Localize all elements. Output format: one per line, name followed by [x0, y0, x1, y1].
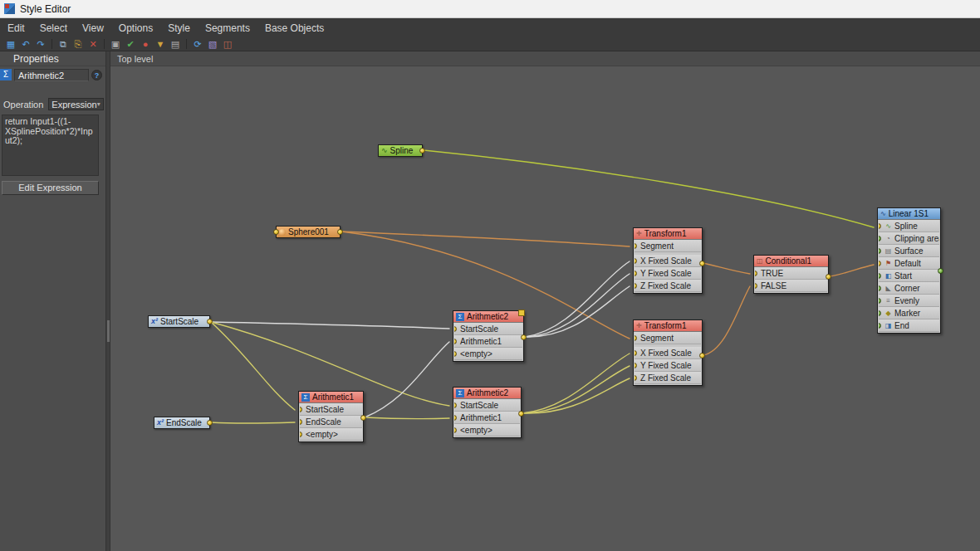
menu-options[interactable]: Options [111, 20, 160, 37]
slot-start[interactable]: ◧Start [879, 270, 939, 282]
input-port[interactable] [635, 243, 637, 249]
node-name-field[interactable]: Arithmetic2 [14, 69, 89, 81]
input-port[interactable] [635, 363, 637, 368]
input-port[interactable] [300, 419, 302, 425]
slot-endscale[interactable]: EndScale [300, 416, 362, 428]
output-port[interactable] [699, 353, 705, 358]
menu-view[interactable]: View [75, 20, 111, 37]
input-port[interactable] [454, 339, 457, 344]
node-transform1-upper[interactable]: ✛ Transform1 Segment X Fixed Scale Y Fix… [633, 227, 703, 294]
node-arithmetic1[interactable]: Σ Arithmetic1 StartScale EndScale <empty… [298, 391, 364, 442]
input-port[interactable] [300, 432, 302, 437]
slot-startscale[interactable]: StartScale [454, 399, 520, 412]
slot-evenly[interactable]: ≡Evenly [879, 295, 939, 307]
new-style-icon[interactable]: ▦ [3, 38, 18, 51]
slot-x-fixed-scale[interactable]: X Fixed Scale [635, 255, 701, 267]
node-transform1-lower[interactable]: ✛ Transform1 Segment X Fixed Scale Y Fix… [633, 319, 703, 386]
output-port[interactable] [826, 274, 831, 280]
input-port[interactable] [454, 415, 457, 421]
node-linear-1s1[interactable]: ∿ Linear 1S1 ∿Spline ◔Clipping area ▤Sur… [877, 207, 941, 334]
input-port[interactable] [879, 248, 881, 254]
slot-surface[interactable]: ▤Surface [879, 245, 939, 257]
input-port[interactable] [454, 427, 457, 433]
copy-icon[interactable]: ⧉ [56, 38, 71, 51]
slot-x-fixed-scale[interactable]: X Fixed Scale [635, 347, 701, 359]
slot-y-fixed-scale[interactable]: Y Fixed Scale [635, 267, 701, 280]
input-port[interactable] [879, 298, 881, 304]
input-port[interactable] [454, 402, 457, 408]
input-port[interactable] [635, 375, 637, 381]
slot-z-fixed-scale[interactable]: Z Fixed Scale [635, 372, 701, 384]
slot-clipping-area[interactable]: ◔Clipping area [879, 232, 939, 245]
menu-style[interactable]: Style [160, 20, 198, 37]
input-port[interactable] [635, 350, 637, 356]
slot-startscale[interactable]: StartScale [300, 403, 362, 416]
expression-preview[interactable]: return Input1-((1- XSplinePosition*2)*In… [2, 115, 99, 176]
undo-icon[interactable]: ↶ [18, 38, 33, 51]
output-port[interactable] [938, 268, 943, 274]
slot-empty[interactable]: <empty> [454, 348, 522, 360]
input-port[interactable] [879, 261, 881, 266]
refresh-icon[interactable]: ⟳ [190, 38, 205, 51]
slot-arithmetic1[interactable]: Arithmetic1 [454, 412, 520, 424]
snapshot-icon[interactable]: ▣ [108, 38, 123, 51]
output-port[interactable] [699, 261, 705, 266]
input-port[interactable] [454, 326, 457, 332]
slot-y-fixed-scale[interactable]: Y Fixed Scale [635, 359, 701, 372]
input-port[interactable] [454, 351, 457, 357]
slot-true[interactable]: TRUE [755, 267, 827, 280]
slot-z-fixed-scale[interactable]: Z Fixed Scale [635, 280, 701, 292]
commit-icon[interactable]: ✔ [123, 38, 138, 51]
output-port[interactable] [360, 415, 366, 421]
splitter-handle[interactable] [107, 320, 110, 342]
slot-arithmetic1[interactable]: Arithmetic1 [454, 335, 522, 348]
input-port[interactable] [755, 271, 757, 276]
output-port[interactable] [419, 148, 425, 154]
filter-icon[interactable]: ▼ [153, 38, 168, 51]
slot-false[interactable]: FALSE [755, 280, 827, 292]
slot-empty[interactable]: <empty> [454, 424, 520, 436]
input-port[interactable] [879, 323, 881, 329]
output-port[interactable] [521, 334, 527, 340]
menu-segments[interactable]: Segments [198, 20, 257, 37]
report-icon[interactable]: ◫ [220, 38, 235, 51]
delete-icon[interactable]: ✕ [86, 38, 100, 51]
slot-default[interactable]: ⚑Default [879, 257, 939, 270]
input-port[interactable] [635, 271, 637, 276]
node-graph-canvas[interactable]: Top level [110, 51, 980, 551]
abort-icon[interactable]: ● [138, 38, 153, 51]
slot-segment[interactable]: Segment [635, 332, 701, 344]
slot-segment[interactable]: Segment [635, 240, 701, 252]
paste-icon[interactable]: ⎘ [71, 38, 86, 51]
input-port[interactable] [635, 335, 637, 341]
input-port[interactable] [635, 283, 637, 289]
help-icon[interactable]: ? [91, 70, 102, 80]
output-port[interactable] [207, 319, 213, 324]
node-conditional1[interactable]: ◫ Conditional1 TRUE FALSE [753, 255, 829, 294]
node-arithmetic2-lower[interactable]: Σ Arithmetic2 StartScale Arithmetic1 <em… [453, 387, 522, 438]
slot-startscale[interactable]: StartScale [454, 323, 522, 335]
output-port[interactable] [337, 229, 343, 235]
node-sphere001[interactable]: Sphere001 [276, 226, 341, 238]
input-port[interactable] [879, 223, 881, 229]
input-port[interactable] [273, 229, 279, 235]
node-arithmetic2-main[interactable]: Σ Arithmetic2 StartScale Arithmetic1 <em… [453, 310, 524, 362]
input-port[interactable] [300, 407, 302, 412]
node-startscale[interactable]: x² StartScale [148, 315, 210, 328]
slot-end[interactable]: ◨End [879, 319, 939, 332]
node-spline[interactable]: ∿ Spline [378, 144, 423, 157]
menu-base-objects[interactable]: Base Objects [257, 20, 331, 37]
properties-tab[interactable]: Properties [0, 51, 105, 66]
layout-icon[interactable]: ▧ [205, 38, 220, 51]
input-port[interactable] [879, 273, 881, 279]
operation-dropdown[interactable]: Expression ▾ [48, 98, 103, 110]
tab-top-level[interactable]: Top level [117, 54, 153, 64]
slot-empty[interactable]: <empty> [300, 428, 362, 441]
output-port[interactable] [518, 411, 524, 417]
output-port[interactable] [207, 420, 213, 426]
trash-icon[interactable]: ▤ [168, 38, 183, 51]
slot-corner[interactable]: ◣Corner [879, 282, 939, 295]
menu-edit[interactable]: Edit [0, 20, 32, 37]
redo-icon[interactable]: ↷ [33, 38, 48, 51]
input-port[interactable] [755, 283, 757, 289]
